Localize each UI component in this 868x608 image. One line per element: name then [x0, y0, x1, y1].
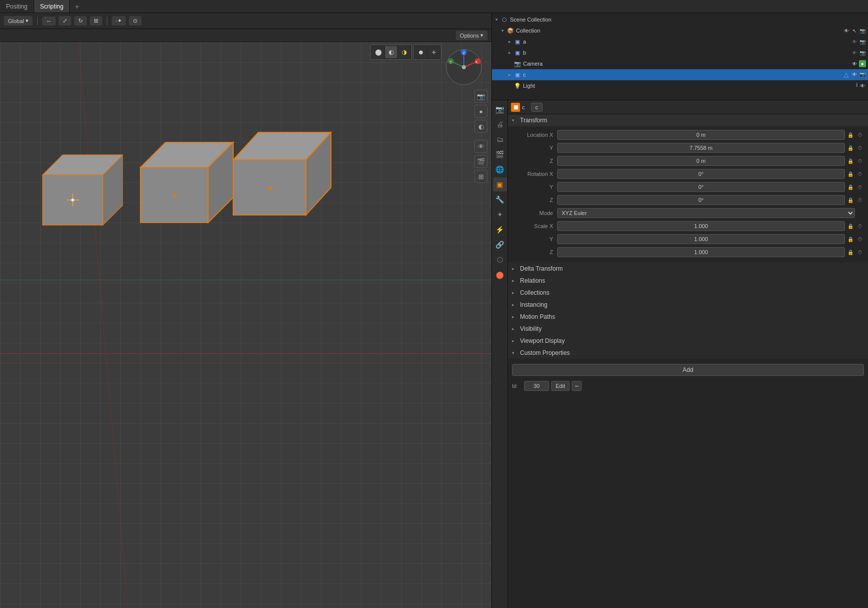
props-tab-1[interactable]: c [531, 103, 543, 112]
rotation-x-anim[interactable]: ⏱ [856, 170, 864, 178]
a-render-icon[interactable]: 📷 [859, 38, 866, 45]
shading-solid-btn[interactable]: ⬤ [372, 46, 384, 58]
scale-z-lock[interactable]: 🔒 [846, 248, 854, 256]
rotation-x-lock[interactable]: 🔒 [846, 170, 854, 178]
location-z-lock[interactable]: 🔒 [846, 157, 854, 165]
props-icon-bar: 📷 🖨 🗂 🎬 🌐 ▣ 🔧 ✦ ⚡ 🔗 ⬡ ⬤ [492, 100, 508, 608]
transform-extra-btn[interactable]: ⊞ [90, 16, 102, 26]
rotation-z-anim[interactable]: ⏱ [856, 196, 864, 204]
collection-render-icon[interactable]: 📷 [859, 27, 866, 34]
viewport-tool-extra[interactable]: ⊞ [474, 170, 487, 183]
b-vis-icon[interactable]: 👁 [851, 49, 858, 56]
scale-x-anim[interactable]: ⏱ [856, 222, 864, 230]
location-z-anim[interactable]: ⏱ [856, 157, 864, 165]
outliner-item-c[interactable]: ▸ ▣ c △ 👁 📷 [492, 69, 868, 80]
outliner-item-collection[interactable]: ▾ 📦 Collection 👁 ↖ 📷 [492, 25, 868, 36]
light-vis-icon[interactable]: 👁 [859, 82, 866, 89]
rotation-y-anim[interactable]: ⏱ [856, 183, 864, 191]
viewport-tool-camera[interactable]: 📷 [474, 90, 487, 103]
id-input[interactable] [524, 381, 549, 391]
location-y-lock[interactable]: 🔒 [846, 144, 854, 152]
scale-z-input[interactable] [557, 247, 845, 257]
outliner-item-camera[interactable]: ▸ 📷 Camera 👁 ■ [492, 58, 868, 69]
outliner-item-a[interactable]: ▸ ▣ a 👁 📷 [492, 36, 868, 47]
props-constraints-btn[interactable]: 🔗 [493, 238, 507, 252]
a-vis-icon[interactable]: 👁 [851, 38, 858, 45]
instancing-header[interactable]: ▸ Instancing [508, 299, 868, 311]
props-physics-btn[interactable]: ⚡ [493, 223, 507, 237]
global-mode-btn[interactable]: Global ▾ [4, 16, 33, 26]
b-render-icon[interactable]: 📷 [859, 49, 866, 56]
motion-paths-header[interactable]: ▸ Motion Paths [508, 311, 868, 323]
options-btn[interactable]: Options ▾ [456, 31, 487, 40]
scale-x-row: Scale X 🔒 ⏱ [512, 221, 864, 232]
viewport-tool-shading[interactable]: ◐ [474, 120, 487, 133]
c-render-icon[interactable]: 📷 [859, 71, 866, 78]
rotation-y-lock[interactable]: 🔒 [846, 183, 854, 191]
tab-positing[interactable]: Positing [0, 0, 34, 13]
props-object-btn[interactable]: ▣ [493, 177, 507, 191]
scale-x-input[interactable] [557, 221, 845, 231]
location-y-input[interactable] [557, 143, 845, 153]
viewport-3d[interactable]: X Y Z 📷 ■ ◐ 👁 🎬 ⊞ ⬤ ◐ ◑ ⬟ ✛ [0, 42, 491, 608]
collections-header[interactable]: ▸ Collections [508, 287, 868, 299]
viewport-tool-render[interactable]: ■ [474, 105, 487, 118]
transform-rotate-btn[interactable]: ↻ [74, 16, 87, 26]
new-tab-button[interactable]: + [70, 1, 84, 13]
rotation-z-lock[interactable]: 🔒 [846, 196, 854, 204]
scale-y-input[interactable] [557, 234, 845, 244]
viewport-tool-movie[interactable]: 🎬 [474, 155, 487, 168]
location-z-input[interactable] [557, 156, 845, 166]
viewport-tool-view[interactable]: 👁 [474, 140, 487, 153]
props-particles-btn[interactable]: ✦ [493, 208, 507, 222]
props-data-btn[interactable]: ⬡ [493, 253, 507, 267]
viewport-display-header[interactable]: ▸ Viewport Display [508, 335, 868, 347]
rotation-x-input[interactable] [557, 169, 845, 179]
transform-section-header[interactable]: ▾ Transform [508, 114, 868, 126]
props-output-btn[interactable]: 🖨 [493, 117, 507, 131]
transform-scale-btn[interactable]: ⤢ [59, 16, 71, 26]
scale-y-anim[interactable]: ⏱ [856, 235, 864, 243]
overlay-btn[interactable]: ⬟ [415, 46, 427, 58]
custom-props-add-btn[interactable]: Add [512, 364, 864, 376]
shading-material-btn[interactable]: ◐ [385, 46, 397, 58]
location-x-lock[interactable]: 🔒 [846, 131, 854, 139]
shading-rendered-btn[interactable]: ◑ [398, 46, 410, 58]
collection-vis-icon[interactable]: 👁 [843, 27, 850, 34]
outliner-item-scene-collection[interactable]: ▾ ⬡ Scene Collection [492, 14, 868, 25]
visibility-header[interactable]: ▸ Visibility [508, 323, 868, 335]
light-extra-icon: ℹ [856, 82, 858, 89]
edit-btn[interactable]: Edit [551, 381, 570, 391]
gizmo-btn[interactable]: ✛ [428, 46, 440, 58]
collection-select-icon[interactable]: ↖ [851, 27, 858, 34]
scale-x-lock[interactable]: 🔒 [846, 222, 854, 230]
custom-properties-header[interactable]: ▾ Custom Properties [508, 347, 868, 359]
rotation-mode-select[interactable]: XYZ Euler [557, 208, 855, 218]
scale-z-anim[interactable]: ⏱ [856, 248, 864, 256]
location-x-anim[interactable]: ⏱ [856, 131, 864, 139]
scale-y-row: Y 🔒 ⏱ [512, 234, 864, 245]
props-material-btn[interactable]: ⬤ [493, 268, 507, 282]
outliner-item-light[interactable]: ▸ 💡 Light ℹ 👁 [492, 80, 868, 91]
props-world-btn[interactable]: 🌐 [493, 162, 507, 176]
rotation-z-input[interactable] [557, 195, 845, 205]
tab-scripting[interactable]: Scripting [34, 0, 70, 13]
delta-transform-header[interactable]: ▸ Delta Transform [508, 263, 868, 275]
props-viewlayer-btn[interactable]: 🗂 [493, 132, 507, 146]
c-vis-icon[interactable]: 👁 [851, 71, 858, 78]
rotation-y-input[interactable] [557, 182, 845, 192]
props-modifiers-btn[interactable]: 🔧 [493, 192, 507, 207]
relations-header[interactable]: ▸ Relations [508, 275, 868, 287]
minus-btn[interactable]: − [572, 381, 582, 391]
scale-y-lock[interactable]: 🔒 [846, 235, 854, 243]
location-y-anim[interactable]: ⏱ [856, 144, 864, 152]
proportional-btn[interactable]: ⊙ [129, 16, 141, 26]
outliner-item-b[interactable]: ▸ ▣ b 👁 📷 [492, 47, 868, 58]
location-x-input[interactable] [557, 130, 845, 140]
props-render-btn[interactable]: 📷 [493, 102, 507, 116]
transform-move-btn[interactable]: ↔ [42, 17, 56, 26]
snap-btn[interactable]: ·✦ [112, 16, 126, 26]
props-scene-btn[interactable]: 🎬 [493, 147, 507, 161]
camera-vis-icon[interactable]: 👁 [851, 60, 858, 67]
nav-gizmo[interactable]: X Y Z [444, 47, 484, 87]
